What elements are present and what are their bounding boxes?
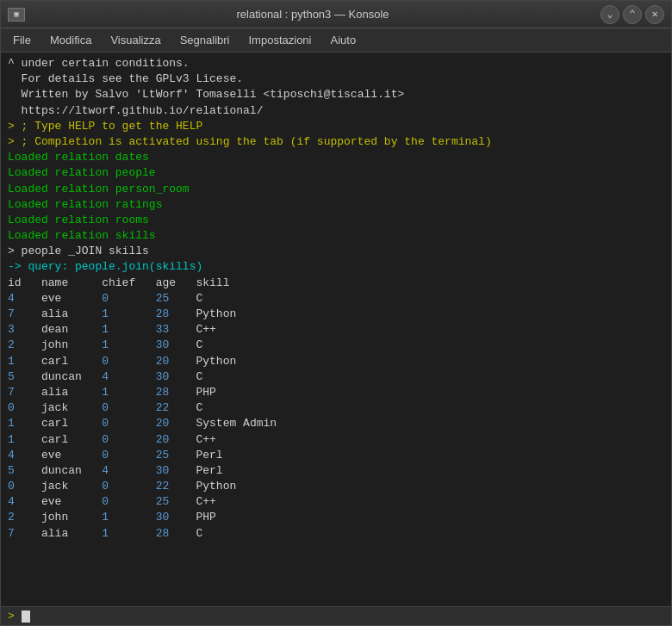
maximize-button[interactable]: ⌃: [623, 5, 642, 24]
window-icon: ▣: [8, 8, 25, 22]
menu-segnalibri[interactable]: Segnalibri: [171, 30, 239, 50]
minimize-button[interactable]: ⌄: [600, 5, 619, 24]
terminal-line: Loaded relation skills: [8, 228, 664, 244]
terminal-line: 2 john 1 30 C: [8, 338, 664, 353]
terminal-line: 7 alia 1 28 C: [8, 526, 664, 542]
menu-bar: File Modifica Visualizza Segnalibri Impo…: [1, 28, 671, 53]
terminal-line: 5 duncan 4 30 C: [8, 369, 664, 385]
terminal-line: > ; Type HELP to get the HELP: [8, 119, 664, 134]
terminal-line: 4 eve 0 25 C++: [8, 494, 664, 510]
menu-modifica[interactable]: Modifica: [41, 30, 100, 50]
terminal-line: id name chief age skill: [8, 276, 664, 291]
menu-visualizza[interactable]: Visualizza: [102, 30, 169, 50]
terminal-output[interactable]: ^ under certain conditions. For details …: [1, 53, 671, 606]
window-title: relational : python3 — Konsole: [25, 8, 600, 21]
terminal-line: 7 alia 1 28 PHP: [8, 385, 664, 400]
terminal-line: Loaded relation people: [8, 165, 664, 181]
menu-aiuto[interactable]: Aiuto: [321, 30, 364, 50]
terminal-line: 2 john 1 30 PHP: [8, 510, 664, 525]
konsole-window: ▣ relational : python3 — Konsole ⌄ ⌃ ✕ F…: [0, 0, 672, 626]
bottom-bar: >: [1, 606, 671, 625]
terminal-line: https://ltworf.github.io/relational/: [8, 103, 664, 119]
terminal-line: > ; Completion is activated using the ta…: [8, 134, 664, 150]
terminal-line: 4 eve 0 25 C: [8, 291, 664, 307]
terminal-line: 0 jack 0 22 Python: [8, 479, 664, 494]
cursor: [22, 611, 30, 623]
terminal-line: 5 duncan 4 30 Perl: [8, 463, 664, 479]
bottom-prompt: >: [8, 610, 22, 623]
menu-impostazioni[interactable]: Impostazioni: [240, 30, 320, 50]
terminal-line: Loaded relation rooms: [8, 213, 664, 228]
title-bar-controls: ⌄ ⌃ ✕: [600, 5, 664, 24]
terminal-line: -> query: people.join(skills): [8, 259, 664, 275]
terminal-line: Loaded relation person_room: [8, 182, 664, 197]
terminal-line: 1 carl 0 20 Python: [8, 354, 664, 369]
terminal-line: 4 eve 0 25 Perl: [8, 448, 664, 463]
title-bar: ▣ relational : python3 — Konsole ⌄ ⌃ ✕: [1, 1, 671, 28]
terminal-line: For details see the GPLv3 Licese.: [8, 71, 664, 87]
title-bar-left: ▣: [8, 8, 25, 22]
terminal-line: ^ under certain conditions.: [8, 56, 664, 71]
terminal-line: Loaded relation dates: [8, 150, 664, 165]
terminal-line: 1 carl 0 20 C++: [8, 432, 664, 448]
terminal-line: > people _JOIN skills: [8, 244, 664, 259]
terminal-line: 1 carl 0 20 System Admin: [8, 416, 664, 431]
close-button[interactable]: ✕: [645, 5, 664, 24]
terminal-line: 3 dean 1 33 C++: [8, 322, 664, 338]
terminal-line: 7 alia 1 28 Python: [8, 307, 664, 322]
menu-file[interactable]: File: [4, 30, 40, 50]
terminal-line: Written by Salvo 'LtWorf' Tomaselli <tip…: [8, 87, 664, 102]
terminal-line: 0 jack 0 22 C: [8, 400, 664, 416]
terminal-line: Loaded relation ratings: [8, 197, 664, 213]
